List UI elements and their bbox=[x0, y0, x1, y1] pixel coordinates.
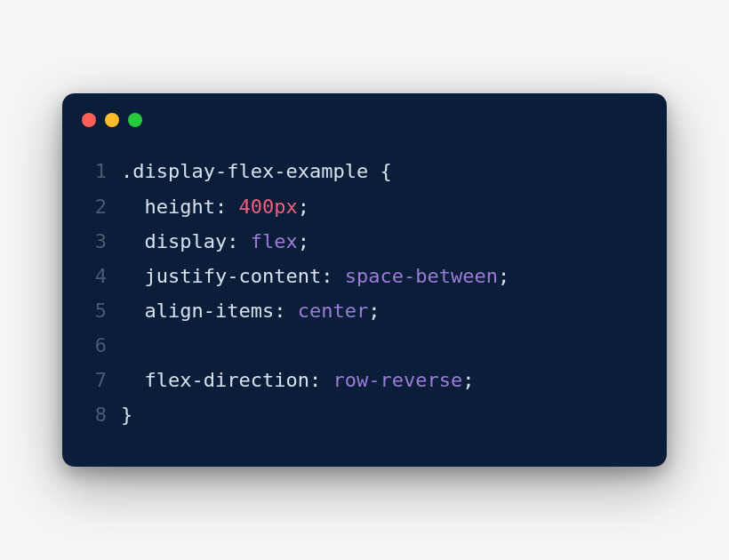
window-titlebar bbox=[62, 93, 667, 136]
code-token: row-reverse bbox=[332, 369, 462, 391]
code-token: flex-direction bbox=[145, 369, 309, 391]
code-token: : bbox=[309, 369, 333, 391]
code-token: : bbox=[274, 300, 298, 322]
code-token: : bbox=[321, 265, 345, 287]
code-token: ; bbox=[462, 369, 474, 391]
line-content: align-items: center; bbox=[121, 293, 642, 328]
code-line: 7 flex-direction: row-reverse; bbox=[87, 363, 642, 397]
code-line: 2 height: 400px; bbox=[87, 189, 642, 224]
line-content bbox=[121, 328, 642, 363]
line-content: .display-flex-example { bbox=[121, 154, 642, 188]
line-number: 6 bbox=[87, 328, 121, 363]
line-number: 2 bbox=[87, 189, 121, 224]
code-token: align-items bbox=[145, 300, 275, 322]
code-token: ; bbox=[298, 196, 309, 218]
code-token: ; bbox=[368, 300, 380, 322]
code-token: : bbox=[215, 196, 239, 218]
line-content: display: flex; bbox=[121, 224, 642, 259]
code-token bbox=[121, 369, 145, 391]
code-token: height bbox=[145, 196, 215, 218]
line-number: 5 bbox=[87, 293, 121, 328]
line-number: 4 bbox=[87, 259, 121, 293]
line-content: flex-direction: row-reverse; bbox=[121, 363, 642, 397]
code-token bbox=[121, 196, 145, 218]
code-line: 3 display: flex; bbox=[87, 224, 642, 259]
line-content: justify-content: space-between; bbox=[121, 259, 642, 293]
code-token: space-between bbox=[345, 265, 498, 287]
code-token: center bbox=[298, 300, 368, 322]
code-line: 8} bbox=[87, 397, 642, 432]
code-token: justify-content bbox=[145, 265, 322, 287]
line-content: } bbox=[121, 397, 642, 432]
line-content: height: 400px; bbox=[121, 189, 642, 224]
code-token bbox=[121, 265, 145, 287]
maximize-icon[interactable] bbox=[128, 113, 142, 127]
close-icon[interactable] bbox=[82, 113, 96, 127]
code-token: ; bbox=[298, 230, 309, 252]
code-token: flex bbox=[251, 230, 298, 252]
code-token: .display-flex-example bbox=[121, 160, 380, 182]
code-line: 6 bbox=[87, 328, 642, 363]
line-number: 7 bbox=[87, 363, 121, 397]
code-block: 1.display-flex-example {2 height: 400px;… bbox=[62, 136, 667, 441]
code-token: ; bbox=[498, 265, 509, 287]
code-token bbox=[121, 300, 145, 322]
code-line: 1.display-flex-example { bbox=[87, 154, 642, 188]
code-token: : bbox=[227, 230, 251, 252]
code-token: { bbox=[380, 160, 391, 182]
minimize-icon[interactable] bbox=[105, 113, 119, 127]
code-token: } bbox=[121, 404, 132, 426]
code-line: 4 justify-content: space-between; bbox=[87, 259, 642, 293]
code-token bbox=[121, 230, 145, 252]
line-number: 3 bbox=[87, 224, 121, 259]
line-number: 8 bbox=[87, 397, 121, 432]
line-number: 1 bbox=[87, 154, 121, 188]
code-token: display bbox=[145, 230, 228, 252]
code-window: 1.display-flex-example {2 height: 400px;… bbox=[62, 93, 667, 466]
code-line: 5 align-items: center; bbox=[87, 293, 642, 328]
code-token: 400px bbox=[238, 196, 297, 218]
